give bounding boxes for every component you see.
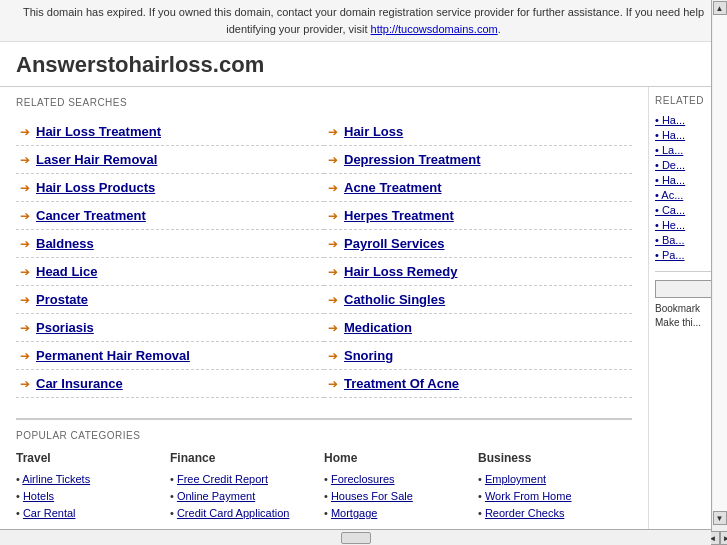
list-item: Online Payment [170,488,314,503]
top-notice: This domain has expired. If you owned th… [0,0,727,42]
arrow-icon: ➔ [328,377,338,391]
arrow-icon: ➔ [328,125,338,139]
scroll-right-button[interactable]: ► [720,531,728,532]
arrow-icon: ➔ [20,181,30,195]
links-grid: ➔ Hair Loss Treatment ➔ Laser Hair Remov… [16,118,632,398]
list-item: ➔ Psoriasis [16,314,324,342]
list-item: ➔ Medication [324,314,632,342]
category-home-title: Home [324,451,468,465]
list-item: ➔ Hair Loss Products [16,174,324,202]
link-reorder-checks[interactable]: Reorder Checks [485,507,564,519]
link-employment[interactable]: Employment [485,473,546,485]
link-snoring[interactable]: Snoring [344,348,393,363]
list-item: Hotels [16,488,160,503]
arrow-icon: ➔ [20,237,30,251]
list-item: Employment [478,471,622,486]
list-item: Car Rental [16,505,160,520]
list-item: Reorder Checks [478,505,622,520]
horizontal-scrollbar[interactable] [0,529,711,532]
link-psoriasis[interactable]: Psoriasis [36,320,94,335]
arrow-icon: ➔ [20,321,30,335]
link-work-from-home[interactable]: Work From Home [485,490,572,502]
scroll-up-button[interactable]: ▲ [713,1,727,15]
list-item: ➔ Head Lice [16,258,324,286]
link-payroll-services[interactable]: Payroll Services [344,236,444,251]
arrow-icon: ➔ [328,237,338,251]
list-item: ➔ Depression Treatment [324,146,632,174]
link-hotels[interactable]: Hotels [23,490,54,502]
arrow-icon: ➔ [328,349,338,363]
list-item: ➔ Laser Hair Removal [16,146,324,174]
arrow-icon: ➔ [20,209,30,223]
list-item: ➔ Hair Loss Remedy [324,258,632,286]
arrow-icon: ➔ [328,321,338,335]
list-item: Credit Card Application [170,505,314,520]
link-laser-hair-removal[interactable]: Laser Hair Removal [36,152,157,167]
scrollbar[interactable]: ▲ ▼ ◄ ► [711,0,727,532]
link-car-rental[interactable]: Car Rental [23,507,76,519]
link-permanent-hair-removal[interactable]: Permanent Hair Removal [36,348,190,363]
arrow-icon: ➔ [20,265,30,279]
link-prostate[interactable]: Prostate [36,292,88,307]
list-item: Houses For Sale [324,488,468,503]
arrow-icon: ➔ [328,209,338,223]
list-item: Airline Tickets [16,471,160,486]
list-item: ➔ Prostate [16,286,324,314]
list-item: ➔ Treatment Of Acne [324,370,632,398]
list-item: ➔ Acne Treatment [324,174,632,202]
link-hair-loss[interactable]: Hair Loss [344,124,403,139]
link-credit-card-application[interactable]: Credit Card Application [177,507,290,519]
link-mortgage[interactable]: Mortgage [331,507,377,519]
category-business: Business Employment Work From Home Reord… [478,451,632,522]
link-depression-treatment[interactable]: Depression Treatment [344,152,481,167]
list-item: ➔ Car Insurance [16,370,324,398]
link-hair-loss-treatment[interactable]: Hair Loss Treatment [36,124,161,139]
right-links-col: ➔ Hair Loss ➔ Depression Treatment ➔ Acn… [324,118,632,398]
category-home: Home Foreclosures Houses For Sale Mortga… [324,451,478,522]
link-airline-tickets[interactable]: Airline Tickets [22,473,90,485]
category-business-title: Business [478,451,622,465]
link-acne-treatment[interactable]: Acne Treatment [344,180,442,195]
popular-categories-grid: Travel Airline Tickets Hotels Car Rental… [16,451,632,522]
link-hair-loss-products[interactable]: Hair Loss Products [36,180,155,195]
notice-link[interactable]: http://tucowsdomains.com [371,23,498,35]
popular-categories-section: POPULAR CATEGORIES Travel Airline Ticket… [16,418,632,522]
arrow-icon: ➔ [328,265,338,279]
bookmark-input[interactable] [655,280,715,298]
notice-text-after: . [498,23,501,35]
category-finance-title: Finance [170,451,314,465]
list-item: ➔ Snoring [324,342,632,370]
site-title: Answerstohairloss.com [0,42,727,87]
list-item: Free Credit Report [170,471,314,486]
arrow-icon: ➔ [20,349,30,363]
link-head-lice[interactable]: Head Lice [36,264,97,279]
category-finance: Finance Free Credit Report Online Paymen… [170,451,324,522]
popular-categories-label: POPULAR CATEGORIES [16,430,632,441]
scroll-thumb[interactable] [341,532,371,533]
list-item: ➔ Hair Loss Treatment [16,118,324,146]
list-item: ➔ Herpes Treatment [324,202,632,230]
arrow-icon: ➔ [328,293,338,307]
arrow-icon: ➔ [328,181,338,195]
link-online-payment[interactable]: Online Payment [177,490,255,502]
link-catholic-singles[interactable]: Catholic Singles [344,292,445,307]
link-cancer-treatment[interactable]: Cancer Treatment [36,208,146,223]
scroll-track [713,15,727,511]
list-item: ➔ Permanent Hair Removal [16,342,324,370]
link-houses-for-sale[interactable]: Houses For Sale [331,490,413,502]
business-links: Employment Work From Home Reorder Checks [478,471,622,520]
arrow-icon: ➔ [20,377,30,391]
link-foreclosures[interactable]: Foreclosures [331,473,395,485]
scroll-down-button[interactable]: ▼ [713,511,727,525]
list-item: ➔ Catholic Singles [324,286,632,314]
link-medication[interactable]: Medication [344,320,412,335]
arrow-icon: ➔ [20,153,30,167]
link-free-credit-report[interactable]: Free Credit Report [177,473,268,485]
link-baldness[interactable]: Baldness [36,236,94,251]
link-herpes-treatment[interactable]: Herpes Treatment [344,208,454,223]
home-links: Foreclosures Houses For Sale Mortgage [324,471,468,520]
link-hair-loss-remedy[interactable]: Hair Loss Remedy [344,264,457,279]
link-car-insurance[interactable]: Car Insurance [36,376,123,391]
category-travel-title: Travel [16,451,160,465]
link-treatment-of-acne[interactable]: Treatment Of Acne [344,376,459,391]
